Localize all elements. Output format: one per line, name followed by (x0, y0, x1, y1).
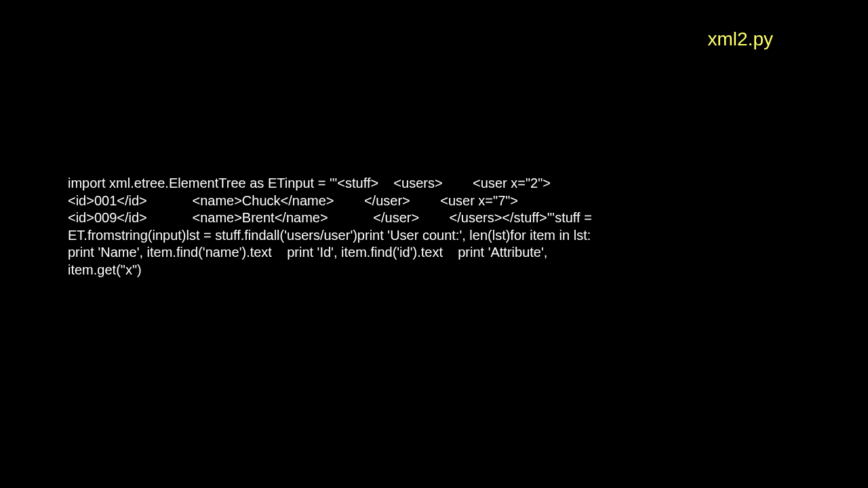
slide-title: xml2.py (708, 28, 773, 50)
code-content: import xml.etree.ElementTree as ETinput … (68, 175, 617, 279)
